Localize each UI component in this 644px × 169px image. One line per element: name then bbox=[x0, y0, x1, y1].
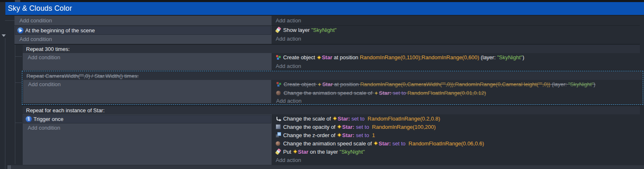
text-segment: At the beginning of the scene bbox=[25, 27, 95, 34]
conditions-column: Add condition bbox=[23, 80, 271, 103]
text-segment: Star bbox=[298, 149, 308, 155]
text-segment: "SkyNight" bbox=[311, 27, 336, 33]
text-segment: "SkyNight" bbox=[339, 149, 365, 155]
actions-column: Change the scale of ✦Star: set to Random… bbox=[274, 114, 640, 164]
star-icon: ✦ bbox=[293, 149, 298, 155]
tree-line bbox=[5, 38, 5, 169]
text-segment: Trigger once bbox=[33, 116, 64, 122]
add-action-link[interactable]: Add action bbox=[274, 16, 640, 25]
conditions-column: Add condition bbox=[14, 16, 272, 25]
add-condition-link[interactable]: Add condition bbox=[23, 53, 272, 62]
action-line[interactable]: Change the animation speed scale of ✦Sta… bbox=[274, 89, 643, 97]
text-segment: set to bbox=[356, 132, 369, 138]
text-segment: RandomFloatInRange(0.2,0.8) bbox=[367, 116, 440, 122]
text-segment: RandomFloatInRange(0.01,0.12) bbox=[408, 90, 486, 96]
text-segment: set to bbox=[351, 116, 365, 122]
anim-speed-icon bbox=[276, 90, 282, 96]
text-segment: set to bbox=[393, 90, 406, 96]
text-segment bbox=[369, 132, 372, 138]
tree-connector bbox=[15, 123, 22, 123]
star-icon: ✦ bbox=[332, 116, 337, 121]
text-segment: "SkyNight" bbox=[568, 81, 594, 87]
text-segment: at position bbox=[332, 54, 360, 60]
actions-column: Add action bbox=[274, 16, 640, 25]
tree-connector bbox=[5, 20, 14, 21]
add-condition-link[interactable]: Add condition bbox=[14, 35, 272, 43]
condition-line[interactable]: At the beginning of the scene bbox=[15, 26, 271, 35]
text-segment: Star bbox=[322, 81, 333, 87]
action-line[interactable]: Change the animation speed scale of ✦Sta… bbox=[274, 139, 640, 147]
action-line[interactable]: Change the scale of ✦Star: set to Random… bbox=[274, 114, 640, 123]
actions-column: Show layer "SkyNight" Add action bbox=[274, 26, 640, 43]
opacity-icon bbox=[275, 124, 281, 130]
text-segment: Star: bbox=[342, 132, 355, 138]
text-segment: RandomInRange(0,1100);RandomInRange(0,60… bbox=[360, 54, 479, 60]
repeat-event-header[interactable]: Repeat for each instance of Star: bbox=[23, 106, 640, 114]
event-for-each-star[interactable]: Repeat for each instance of Star: 1Trigg… bbox=[23, 106, 640, 165]
star-icon: ✦ bbox=[317, 55, 322, 60]
star-icon: ✦ bbox=[317, 82, 322, 87]
next-event-edge bbox=[12, 165, 644, 169]
conditions-column: Add condition bbox=[23, 53, 272, 70]
action-line[interactable]: Change the z-order of ✦Star: set to 1 bbox=[274, 131, 640, 139]
tree-connector bbox=[15, 56, 22, 57]
text-segment: Star: bbox=[342, 124, 355, 130]
star-icon: ✦ bbox=[373, 140, 378, 146]
scale-icon bbox=[275, 116, 281, 122]
event-empty[interactable]: Add condition Add action bbox=[14, 16, 640, 25]
text-segment: set to bbox=[392, 140, 405, 147]
text-segment: RandomInRange(0,CameraWidth("",0));Rando… bbox=[360, 81, 550, 87]
event-sheet: Sky & Clouds Color Add condition Add act… bbox=[0, 0, 644, 169]
text-segment: Star: bbox=[379, 140, 391, 147]
add-action-link[interactable]: Add action bbox=[274, 97, 643, 104]
event-repeat-300[interactable]: Repeat 300 times: Add condition Create o… bbox=[23, 45, 640, 70]
star-icon: ✦ bbox=[337, 124, 342, 130]
text-segment: Change the scale of bbox=[283, 116, 332, 122]
begin-scene-icon bbox=[17, 27, 24, 34]
text-segment: ) bbox=[594, 81, 595, 87]
text-segment: "SkyNight" bbox=[497, 54, 522, 60]
group-header[interactable]: Sky & Clouds Color bbox=[5, 2, 644, 15]
text-segment: Show layer bbox=[283, 27, 311, 33]
text-segment: Create object bbox=[284, 81, 317, 87]
add-action-link[interactable]: Add action bbox=[274, 156, 640, 164]
text-segment: 1 bbox=[372, 132, 375, 138]
action-line[interactable]: Show layer "SkyNight" bbox=[274, 26, 640, 34]
create-object-icon bbox=[276, 81, 282, 87]
conditions-column: 1Trigger once Add condition bbox=[23, 114, 272, 165]
text-segment bbox=[405, 140, 408, 147]
action-line[interactable]: Put ✦Star on the layer "SkyNight" bbox=[274, 147, 640, 156]
text-segment bbox=[369, 124, 372, 130]
add-condition-link[interactable]: Add condition bbox=[23, 80, 271, 89]
condition-line[interactable]: 1Trigger once bbox=[23, 115, 271, 123]
text-segment: Create object bbox=[283, 54, 317, 60]
text-segment: Put bbox=[283, 149, 293, 155]
group-collapse-arrow-icon[interactable] bbox=[2, 34, 6, 37]
tree-line bbox=[15, 44, 15, 164]
text-segment: ) bbox=[522, 54, 524, 60]
text-segment: on the layer bbox=[308, 149, 339, 155]
text-segment: Change the z-order of bbox=[283, 132, 337, 138]
action-line[interactable]: Create object ✦Star at position RandomIn… bbox=[274, 53, 640, 62]
action-line[interactable]: Change the opacity of ✦Star: set to Rand… bbox=[274, 123, 640, 131]
add-condition-link[interactable]: Add condition bbox=[14, 16, 272, 25]
event-begin-scene[interactable]: At the beginning of the scene Add condit… bbox=[14, 26, 640, 44]
action-line[interactable]: Create object ✦Star at position RandomIn… bbox=[274, 80, 643, 89]
star-icon: ✦ bbox=[374, 90, 379, 96]
actions-column: Create object ✦Star at position RandomIn… bbox=[274, 53, 640, 70]
zorder-icon bbox=[275, 132, 281, 138]
add-action-link[interactable]: Add action bbox=[274, 62, 640, 70]
add-condition-link[interactable]: Add condition bbox=[23, 123, 272, 132]
text-segment: Change the animation speed scale of bbox=[283, 140, 373, 147]
text-segment: (layer: bbox=[479, 54, 497, 60]
put-layer-icon bbox=[275, 149, 281, 155]
group-title: Sky & Clouds Color bbox=[8, 4, 72, 13]
repeat-event-header[interactable]: Repeat CameraWidth("",0) / Star.Width() … bbox=[23, 72, 642, 80]
text-segment: (layer: bbox=[550, 81, 568, 87]
text-segment: Star: bbox=[379, 90, 391, 96]
add-action-link[interactable]: Add action bbox=[274, 34, 640, 43]
text-segment bbox=[365, 116, 367, 122]
event-repeat-camerawidth[interactable]: Repeat CameraWidth("",0) / Star.Width() … bbox=[22, 71, 643, 105]
text-segment: Change the opacity of bbox=[283, 124, 337, 130]
repeat-event-header[interactable]: Repeat 300 times: bbox=[23, 45, 640, 53]
